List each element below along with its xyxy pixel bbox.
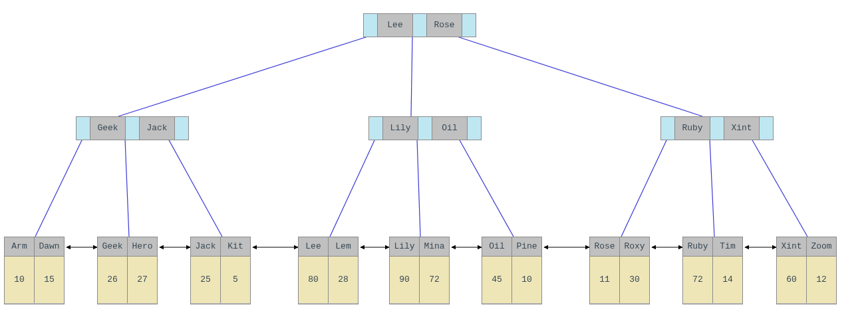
- leaf-node: Rose Roxy 11 30: [589, 237, 650, 304]
- internal-node: Lily Oil: [368, 116, 482, 140]
- svg-line-1: [411, 36, 412, 116]
- leaf-key-cell: Lee: [299, 237, 329, 257]
- leaf-key-cell: Zoom: [807, 237, 836, 257]
- pointer-slot: [710, 117, 724, 140]
- leaf-key-cell: Jack: [191, 237, 221, 257]
- leaf-value-cell: 10: [5, 257, 35, 303]
- leaf-key-cell: Xint: [777, 237, 807, 257]
- leaf-value-cell: 27: [128, 257, 157, 303]
- leaf-key-cell: Tim: [713, 237, 742, 257]
- leaf-key-cell: Dawn: [35, 237, 64, 257]
- svg-line-11: [752, 139, 807, 237]
- leaf-value-cell: 90: [390, 257, 420, 303]
- leaf-value-cell: 30: [620, 257, 649, 303]
- leaf-node: Xint Zoom 60 12: [776, 237, 837, 304]
- leaf-node: Arm Dawn 10 15: [4, 237, 65, 304]
- pointer-slot: [364, 14, 378, 37]
- leaf-value-cell: 14: [713, 257, 742, 303]
- leaf-node: Jack Kit 25 5: [190, 237, 251, 304]
- svg-line-10: [710, 139, 714, 237]
- bptree-diagram: Lee Rose Geek Jack Lily Oil Ruby Xint Ar…: [0, 0, 868, 333]
- leaf-key-cell: Pine: [512, 237, 541, 257]
- leaf-key-cell: Arm: [5, 237, 35, 257]
- svg-line-5: [168, 139, 222, 237]
- leaf-value-cell: 11: [590, 257, 620, 303]
- internal-node: Ruby Xint: [660, 116, 774, 140]
- svg-line-3: [35, 139, 82, 237]
- pointer-slot: [468, 117, 481, 140]
- key-cell: Rose: [427, 14, 462, 37]
- leaf-value-cell: 72: [683, 257, 713, 303]
- pointer-slot: [462, 14, 476, 37]
- leaf-value-cell: 45: [482, 257, 512, 303]
- leaf-value-cell: 28: [329, 257, 358, 303]
- key-cell: Xint: [724, 117, 760, 140]
- internal-node: Geek Jack: [76, 116, 189, 140]
- key-cell: Ruby: [675, 117, 710, 140]
- leaf-value-cell: 72: [420, 257, 449, 303]
- leaf-key-cell: Rose: [590, 237, 620, 257]
- leaf-node: Geek Hero 26 27: [97, 237, 158, 304]
- pointer-slot: [418, 117, 432, 140]
- leaf-value-cell: 26: [98, 257, 128, 303]
- pointer-slot: [413, 14, 427, 37]
- pointer-slot: [661, 117, 675, 140]
- key-cell: Oil: [432, 117, 468, 140]
- key-cell: Jack: [140, 117, 175, 140]
- svg-line-4: [125, 139, 129, 237]
- leaf-key-cell: Ruby: [683, 237, 713, 257]
- leaf-key-cell: Oil: [482, 237, 512, 257]
- key-cell: Geek: [90, 117, 126, 140]
- leaf-value-cell: 25: [191, 257, 221, 303]
- leaf-key-cell: Hero: [128, 237, 157, 257]
- leaf-value-cell: 12: [807, 257, 836, 303]
- leaf-node: Ruby Tim 72 14: [682, 237, 743, 304]
- leaf-key-cell: Geek: [98, 237, 128, 257]
- svg-line-0: [118, 36, 370, 116]
- pointer-slot: [175, 117, 188, 140]
- pointer-slot: [126, 117, 140, 140]
- leaf-key-cell: Kit: [221, 237, 250, 257]
- leaf-node: Lily Mina 90 72: [389, 237, 450, 304]
- svg-line-9: [621, 139, 667, 237]
- leaf-node: Oil Pine 45 10: [482, 237, 542, 304]
- root-node: Lee Rose: [363, 13, 476, 37]
- svg-line-7: [417, 139, 420, 237]
- key-cell: Lee: [378, 14, 413, 37]
- pointer-slot: [76, 117, 90, 140]
- pointer-slot: [760, 117, 773, 140]
- leaf-key-cell: Lily: [390, 237, 420, 257]
- svg-line-6: [330, 139, 375, 237]
- leaf-key-cell: Mina: [420, 237, 449, 257]
- leaf-value-cell: 15: [35, 257, 64, 303]
- leaf-node: Lee Lem 80 28: [298, 237, 359, 304]
- leaf-value-cell: 80: [299, 257, 329, 303]
- leaf-key-cell: Roxy: [620, 237, 649, 257]
- pointer-slot: [369, 117, 383, 140]
- svg-line-8: [459, 139, 513, 237]
- leaf-key-cell: Lem: [329, 237, 358, 257]
- leaf-value-cell: 10: [512, 257, 541, 303]
- svg-line-2: [455, 36, 702, 116]
- key-cell: Lily: [383, 117, 418, 140]
- leaf-value-cell: 60: [777, 257, 807, 303]
- leaf-value-cell: 5: [221, 257, 250, 303]
